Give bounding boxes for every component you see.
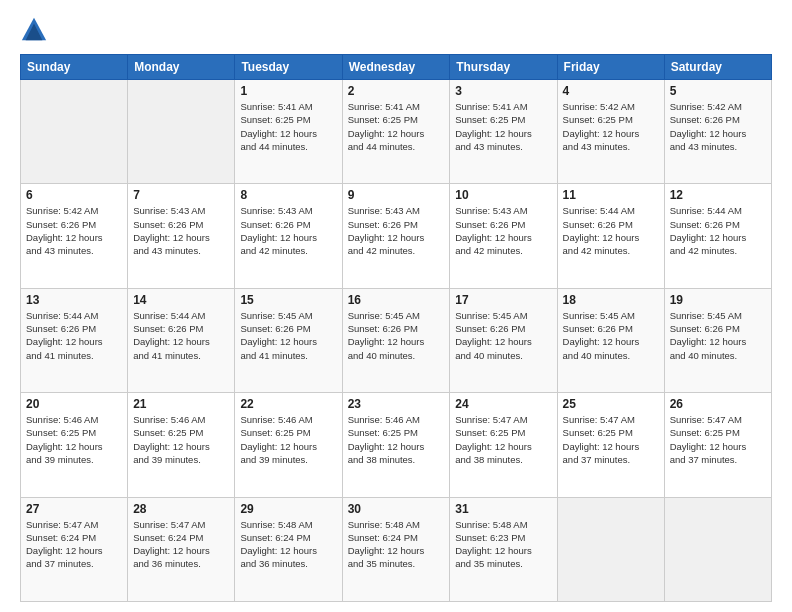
day-info: Sunrise: 5:44 AM Sunset: 6:26 PM Dayligh… [563,204,659,257]
calendar-body: 1Sunrise: 5:41 AM Sunset: 6:25 PM Daylig… [21,80,772,602]
calendar-cell: 3Sunrise: 5:41 AM Sunset: 6:25 PM Daylig… [450,80,557,184]
calendar-cell: 31Sunrise: 5:48 AM Sunset: 6:23 PM Dayli… [450,497,557,601]
day-info: Sunrise: 5:46 AM Sunset: 6:25 PM Dayligh… [26,413,122,466]
day-info: Sunrise: 5:44 AM Sunset: 6:26 PM Dayligh… [133,309,229,362]
calendar-cell: 20Sunrise: 5:46 AM Sunset: 6:25 PM Dayli… [21,393,128,497]
calendar-cell: 23Sunrise: 5:46 AM Sunset: 6:25 PM Dayli… [342,393,450,497]
day-info: Sunrise: 5:45 AM Sunset: 6:26 PM Dayligh… [670,309,766,362]
calendar-cell: 5Sunrise: 5:42 AM Sunset: 6:26 PM Daylig… [664,80,771,184]
calendar: SundayMondayTuesdayWednesdayThursdayFrid… [20,54,772,602]
weekday-header-cell: Friday [557,55,664,80]
day-info: Sunrise: 5:48 AM Sunset: 6:24 PM Dayligh… [348,518,445,571]
day-info: Sunrise: 5:43 AM Sunset: 6:26 PM Dayligh… [348,204,445,257]
day-number: 16 [348,293,445,307]
weekday-header-cell: Monday [128,55,235,80]
weekday-header-row: SundayMondayTuesdayWednesdayThursdayFrid… [21,55,772,80]
day-info: Sunrise: 5:43 AM Sunset: 6:26 PM Dayligh… [240,204,336,257]
day-info: Sunrise: 5:46 AM Sunset: 6:25 PM Dayligh… [133,413,229,466]
day-number: 18 [563,293,659,307]
calendar-cell [21,80,128,184]
day-info: Sunrise: 5:42 AM Sunset: 6:26 PM Dayligh… [26,204,122,257]
calendar-cell: 10Sunrise: 5:43 AM Sunset: 6:26 PM Dayli… [450,184,557,288]
logo-icon [20,16,48,44]
calendar-cell [664,497,771,601]
calendar-cell: 27Sunrise: 5:47 AM Sunset: 6:24 PM Dayli… [21,497,128,601]
calendar-cell: 6Sunrise: 5:42 AM Sunset: 6:26 PM Daylig… [21,184,128,288]
day-number: 15 [240,293,336,307]
calendar-week-row: 27Sunrise: 5:47 AM Sunset: 6:24 PM Dayli… [21,497,772,601]
calendar-cell: 30Sunrise: 5:48 AM Sunset: 6:24 PM Dayli… [342,497,450,601]
day-number: 5 [670,84,766,98]
calendar-cell: 1Sunrise: 5:41 AM Sunset: 6:25 PM Daylig… [235,80,342,184]
day-info: Sunrise: 5:45 AM Sunset: 6:26 PM Dayligh… [240,309,336,362]
day-number: 25 [563,397,659,411]
day-number: 27 [26,502,122,516]
day-info: Sunrise: 5:42 AM Sunset: 6:26 PM Dayligh… [670,100,766,153]
weekday-header-cell: Tuesday [235,55,342,80]
day-number: 2 [348,84,445,98]
calendar-cell: 24Sunrise: 5:47 AM Sunset: 6:25 PM Dayli… [450,393,557,497]
day-number: 28 [133,502,229,516]
calendar-cell [128,80,235,184]
day-number: 9 [348,188,445,202]
day-info: Sunrise: 5:47 AM Sunset: 6:25 PM Dayligh… [455,413,551,466]
day-info: Sunrise: 5:43 AM Sunset: 6:26 PM Dayligh… [455,204,551,257]
header [20,16,772,44]
calendar-cell: 12Sunrise: 5:44 AM Sunset: 6:26 PM Dayli… [664,184,771,288]
day-info: Sunrise: 5:43 AM Sunset: 6:26 PM Dayligh… [133,204,229,257]
calendar-week-row: 20Sunrise: 5:46 AM Sunset: 6:25 PM Dayli… [21,393,772,497]
day-info: Sunrise: 5:46 AM Sunset: 6:25 PM Dayligh… [240,413,336,466]
calendar-cell: 25Sunrise: 5:47 AM Sunset: 6:25 PM Dayli… [557,393,664,497]
calendar-cell: 15Sunrise: 5:45 AM Sunset: 6:26 PM Dayli… [235,288,342,392]
day-info: Sunrise: 5:41 AM Sunset: 6:25 PM Dayligh… [348,100,445,153]
day-number: 3 [455,84,551,98]
logo [20,16,52,44]
calendar-cell: 9Sunrise: 5:43 AM Sunset: 6:26 PM Daylig… [342,184,450,288]
day-info: Sunrise: 5:48 AM Sunset: 6:24 PM Dayligh… [240,518,336,571]
day-number: 7 [133,188,229,202]
day-info: Sunrise: 5:44 AM Sunset: 6:26 PM Dayligh… [26,309,122,362]
day-number: 30 [348,502,445,516]
calendar-week-row: 13Sunrise: 5:44 AM Sunset: 6:26 PM Dayli… [21,288,772,392]
day-number: 10 [455,188,551,202]
day-info: Sunrise: 5:46 AM Sunset: 6:25 PM Dayligh… [348,413,445,466]
weekday-header-cell: Saturday [664,55,771,80]
weekday-header-cell: Sunday [21,55,128,80]
weekday-header-cell: Wednesday [342,55,450,80]
calendar-cell: 8Sunrise: 5:43 AM Sunset: 6:26 PM Daylig… [235,184,342,288]
calendar-cell: 26Sunrise: 5:47 AM Sunset: 6:25 PM Dayli… [664,393,771,497]
day-number: 13 [26,293,122,307]
calendar-cell: 16Sunrise: 5:45 AM Sunset: 6:26 PM Dayli… [342,288,450,392]
calendar-cell: 4Sunrise: 5:42 AM Sunset: 6:25 PM Daylig… [557,80,664,184]
calendar-cell: 28Sunrise: 5:47 AM Sunset: 6:24 PM Dayli… [128,497,235,601]
calendar-week-row: 6Sunrise: 5:42 AM Sunset: 6:26 PM Daylig… [21,184,772,288]
day-number: 29 [240,502,336,516]
day-number: 23 [348,397,445,411]
day-info: Sunrise: 5:42 AM Sunset: 6:25 PM Dayligh… [563,100,659,153]
day-info: Sunrise: 5:48 AM Sunset: 6:23 PM Dayligh… [455,518,551,571]
day-number: 14 [133,293,229,307]
day-number: 26 [670,397,766,411]
day-info: Sunrise: 5:47 AM Sunset: 6:25 PM Dayligh… [670,413,766,466]
page: SundayMondayTuesdayWednesdayThursdayFrid… [0,0,792,612]
day-number: 21 [133,397,229,411]
day-info: Sunrise: 5:47 AM Sunset: 6:25 PM Dayligh… [563,413,659,466]
calendar-cell: 14Sunrise: 5:44 AM Sunset: 6:26 PM Dayli… [128,288,235,392]
day-info: Sunrise: 5:47 AM Sunset: 6:24 PM Dayligh… [26,518,122,571]
day-info: Sunrise: 5:47 AM Sunset: 6:24 PM Dayligh… [133,518,229,571]
calendar-cell: 21Sunrise: 5:46 AM Sunset: 6:25 PM Dayli… [128,393,235,497]
calendar-cell: 19Sunrise: 5:45 AM Sunset: 6:26 PM Dayli… [664,288,771,392]
day-info: Sunrise: 5:45 AM Sunset: 6:26 PM Dayligh… [455,309,551,362]
day-number: 1 [240,84,336,98]
calendar-cell: 17Sunrise: 5:45 AM Sunset: 6:26 PM Dayli… [450,288,557,392]
day-number: 6 [26,188,122,202]
weekday-header-cell: Thursday [450,55,557,80]
day-number: 12 [670,188,766,202]
day-info: Sunrise: 5:41 AM Sunset: 6:25 PM Dayligh… [240,100,336,153]
calendar-cell: 29Sunrise: 5:48 AM Sunset: 6:24 PM Dayli… [235,497,342,601]
day-number: 11 [563,188,659,202]
calendar-cell: 2Sunrise: 5:41 AM Sunset: 6:25 PM Daylig… [342,80,450,184]
day-number: 22 [240,397,336,411]
day-info: Sunrise: 5:45 AM Sunset: 6:26 PM Dayligh… [563,309,659,362]
calendar-week-row: 1Sunrise: 5:41 AM Sunset: 6:25 PM Daylig… [21,80,772,184]
